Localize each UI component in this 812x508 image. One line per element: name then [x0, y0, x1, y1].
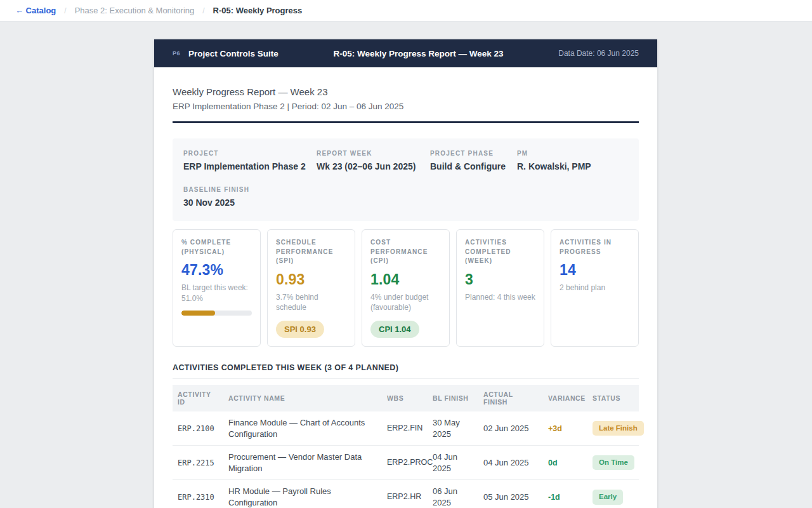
info-field-project: PROJECT ERP Implementation Phase 2: [183, 150, 317, 171]
breadcrumb-current: R-05: Weekly Progress: [213, 6, 303, 15]
table-cell: ERP2.PROC: [382, 446, 428, 480]
document-title: Weekly Progress Report — Week 23: [173, 86, 639, 97]
variance-value: -1d: [548, 493, 560, 502]
column-header: VARIANCE: [543, 385, 587, 411]
field-value: Wk 23 (02–06 Jun 2025): [317, 161, 430, 171]
field-value: R. Kowalski, PMP: [517, 161, 628, 171]
field-label: PROJECT: [183, 150, 317, 157]
section-title-completed: ACTIVITIES COMPLETED THIS WEEK (3 OF 4 P…: [173, 363, 639, 378]
variance-value: 0d: [548, 458, 558, 467]
field-value: Build & Configure: [430, 161, 517, 171]
table-cell: Procurement — Vendor Master Data Migrati…: [223, 446, 382, 480]
table-cell: Early: [587, 480, 639, 508]
kpi-subtext: 3.7% behind schedule: [276, 292, 346, 314]
document-subtitle: ERP Implementation Phase 2 | Period: 02 …: [173, 102, 639, 111]
breadcrumb-phase[interactable]: Phase 2: Execution & Monitoring: [75, 6, 195, 15]
table-row: ERP.2310HR Module — Payroll Rules Config…: [173, 480, 639, 508]
table-cell: HR Module — Payroll Rules Configuration: [223, 480, 382, 508]
column-header: BL FINISH: [428, 385, 478, 411]
table-cell: 0d: [543, 446, 587, 480]
kpi-card-spi: SCHEDULE PERFORMANCE (SPI) 0.93 3.7% beh…: [267, 229, 355, 347]
variance-value: +3d: [548, 424, 562, 433]
column-header: ACTIVITY NAME: [223, 385, 382, 411]
kpi-card-activities-completed: ACTIVITIES COMPLETED (WEEK) 3 Planned: 4…: [456, 229, 544, 347]
title-divider: [173, 121, 639, 123]
column-header: WBS: [382, 385, 428, 411]
kpi-subtext: 2 behind plan: [560, 283, 630, 293]
status-badge: Late Finish: [593, 421, 644, 436]
table-row: ERP.2215Procurement — Vendor Master Data…: [173, 446, 639, 480]
kpi-subtext: BL target this week: 51.0%: [181, 283, 252, 304]
column-header: ACTUAL FINISH: [478, 385, 543, 411]
data-date: Data Date: 06 Jun 2025: [558, 49, 639, 58]
field-label: PM: [517, 150, 628, 157]
kpi-value: 0.93: [276, 271, 346, 288]
p6-logo-icon: P6: [173, 50, 180, 57]
report-title: R-05: Weekly Progress Report — Week 23: [278, 49, 558, 58]
kpi-row: % COMPLETE (PHYSICAL) 47.3% BL target th…: [173, 229, 639, 347]
status-badge: On Time: [593, 455, 634, 471]
table-cell: 02 Jun 2025: [478, 411, 543, 446]
table-cell: Finance Module — Chart of Accounts Confi…: [223, 411, 382, 446]
kpi-label: SCHEDULE PERFORMANCE (SPI): [276, 238, 346, 266]
catalog-back-link[interactable]: ← Catalog: [15, 6, 56, 15]
table-cell: ERP2.HR: [382, 480, 428, 508]
report-header-bar: P6 Project Controls Suite R-05: Weekly P…: [154, 39, 657, 67]
kpi-label: COST PERFORMANCE (CPI): [370, 238, 441, 266]
table-cell: 06 Jun 2025: [428, 480, 478, 508]
breadcrumb: ← Catalog / Phase 2: Execution & Monitor…: [0, 0, 812, 22]
document-title-block: Weekly Progress Report — Week 23 ERP Imp…: [173, 67, 639, 123]
field-label: REPORT WEEK: [317, 150, 430, 157]
info-field-project-phase: PROJECT PHASE Build & Configure: [430, 150, 517, 171]
table-row: ERP.2100Finance Module — Chart of Accoun…: [173, 411, 639, 446]
info-field-report-week: REPORT WEEK Wk 23 (02–06 Jun 2025): [317, 150, 430, 171]
table-cell: Late Finish: [587, 411, 639, 446]
progress-bar-fill: [181, 311, 215, 316]
table-header-row: ACTIVITY IDACTIVITY NAMEWBSBL FINISHACTU…: [173, 385, 639, 411]
app-name: Project Controls Suite: [188, 49, 278, 58]
kpi-label: ACTIVITIES IN PROGRESS: [560, 238, 630, 257]
kpi-subtext: 4% under budget (favourable): [370, 292, 441, 314]
kpi-card-cpi: COST PERFORMANCE (CPI) 1.04 4% under bud…: [362, 229, 450, 347]
kpi-label: % COMPLETE (PHYSICAL): [181, 238, 252, 257]
completed-activities-table: ACTIVITY IDACTIVITY NAMEWBSBL FINISHACTU…: [173, 385, 639, 508]
project-info-box: PROJECT ERP Implementation Phase 2 REPOR…: [173, 138, 639, 221]
kpi-label: ACTIVITIES COMPLETED (WEEK): [465, 238, 535, 266]
table-cell: +3d: [543, 411, 587, 446]
kpi-value: 1.04: [370, 271, 441, 288]
spi-badge: SPI 0.93: [276, 321, 324, 338]
breadcrumb-separator: /: [64, 6, 66, 15]
kpi-value: 3: [465, 271, 535, 288]
table-cell: ERP.2310: [173, 480, 223, 508]
progress-bar: [181, 311, 252, 316]
cpi-badge: CPI 1.04: [370, 321, 419, 338]
kpi-card-activities-in-progress: ACTIVITIES IN PROGRESS 14 2 behind plan: [551, 229, 639, 347]
table-cell: On Time: [587, 446, 639, 480]
table-cell: 05 Jun 2025: [478, 480, 543, 508]
field-value: 30 Nov 2025: [183, 197, 317, 208]
column-header: ACTIVITY ID: [173, 385, 223, 411]
table-cell: 04 Jun 2025: [478, 446, 543, 480]
table-cell: 04 Jun 2025: [428, 446, 478, 480]
table-cell: ERP2.FIN: [382, 411, 428, 446]
kpi-card-percent-complete: % COMPLETE (PHYSICAL) 47.3% BL target th…: [173, 229, 261, 347]
column-header: STATUS: [587, 385, 639, 411]
info-field-baseline-finish: BASELINE FINISH 30 Nov 2025: [183, 186, 317, 208]
kpi-value: 47.3%: [181, 262, 252, 279]
report-document: P6 Project Controls Suite R-05: Weekly P…: [154, 39, 657, 508]
table-cell: -1d: [543, 480, 587, 508]
breadcrumb-separator: /: [202, 6, 204, 15]
info-field-pm: PM R. Kowalski, PMP: [517, 150, 628, 171]
field-label: PROJECT PHASE: [430, 150, 517, 157]
table-cell: 30 May 2025: [428, 411, 478, 446]
table-cell: ERP.2100: [173, 411, 223, 446]
field-label: BASELINE FINISH: [183, 186, 317, 193]
kpi-subtext: Planned: 4 this week: [465, 292, 535, 303]
table-cell: ERP.2215: [173, 446, 223, 480]
kpi-value: 14: [560, 262, 630, 279]
field-value: ERP Implementation Phase 2: [183, 161, 317, 171]
status-badge: Early: [593, 490, 623, 505]
